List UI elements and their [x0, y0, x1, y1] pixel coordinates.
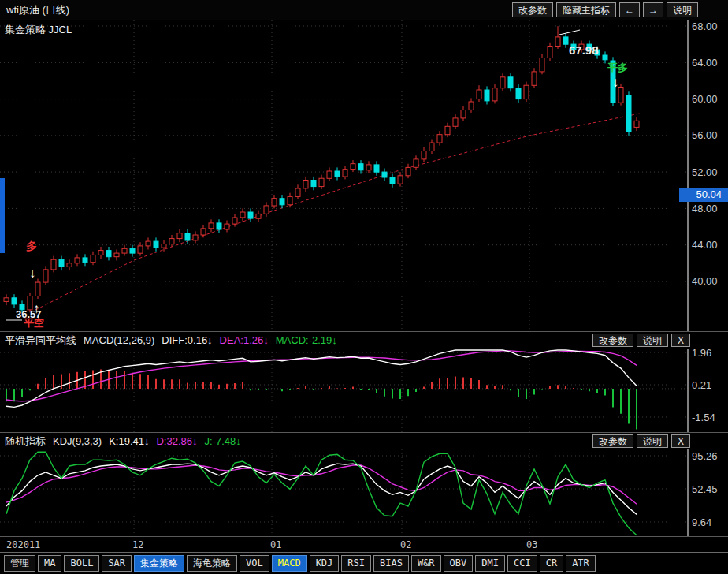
- macd-diff-value: DIFF:0.16↓: [162, 334, 212, 346]
- svg-text:1.96: 1.96: [692, 348, 711, 359]
- kdj-close-button[interactable]: X: [671, 434, 690, 448]
- date-label: 202011: [6, 539, 40, 550]
- svg-text:64.00: 64.00: [692, 57, 718, 69]
- svg-text:56.00: 56.00: [692, 129, 718, 141]
- svg-text:48.00: 48.00: [692, 203, 718, 214]
- tab-RSI[interactable]: RSI: [341, 555, 371, 572]
- date-label: 03: [526, 539, 537, 550]
- candlestick-series: [4, 26, 639, 313]
- change-params-button[interactable]: 改参数: [512, 2, 553, 17]
- kdj-change-params-button[interactable]: 改参数: [592, 434, 633, 448]
- date-label: 12: [132, 539, 143, 550]
- svg-text:平空: 平空: [24, 317, 44, 329]
- tab-SAR[interactable]: SAR: [102, 555, 132, 572]
- svg-text:95.26: 95.26: [692, 450, 718, 462]
- svg-text:多: 多: [26, 240, 37, 252]
- symbol-title: wti原油 (日线): [6, 3, 69, 17]
- svg-text:67.98: 67.98: [569, 43, 599, 57]
- k-line: [6, 464, 637, 514]
- strategy-label: 集金策略 JJCL: [5, 23, 72, 37]
- prev-arrow-button[interactable]: ←: [619, 2, 640, 17]
- macd-formula: MACD(12,26,9): [84, 334, 154, 346]
- svg-text:44.00: 44.00: [692, 239, 718, 251]
- kdj-panel-buttons: 改参数 说明 X: [592, 434, 690, 448]
- macd-help-button[interactable]: 说明: [637, 334, 668, 347]
- title-toolbar: 改参数 隐藏主指标 ← → 说明: [512, 2, 698, 17]
- main-candlestick-chart[interactable]: 68.0064.0060.0056.0052.0048.0044.0040.00…: [0, 20, 728, 331]
- svg-text:-1.54: -1.54: [692, 412, 715, 423]
- kdj-header-text: 随机指标 KDJ(9,3,3) K:19.41↓ D:32.86↓ J:-7.4…: [5, 434, 241, 449]
- kdj-k-value: K:19.41↓: [109, 435, 149, 447]
- tab-MA[interactable]: MA: [38, 555, 61, 572]
- kdj-formula: KDJ(9,3,3): [53, 435, 102, 447]
- help-button[interactable]: 说明: [667, 2, 698, 17]
- svg-text:60.00: 60.00: [692, 93, 718, 105]
- macd-grid: 1.960.21-1.54: [0, 348, 715, 432]
- trading-app-window: wti原油 (日线) 改参数 隐藏主指标 ← → 说明 68.0064.0060…: [0, 0, 728, 574]
- svg-text:9.64: 9.64: [692, 516, 711, 528]
- svg-text:0.21: 0.21: [692, 379, 711, 391]
- last-price-badge: 50.04: [679, 188, 728, 202]
- kdj-d-value: D:32.86↓: [156, 435, 197, 447]
- svg-text:平多: 平多: [607, 62, 628, 73]
- tab-W&R[interactable]: W&R: [411, 555, 441, 572]
- svg-text:68.00: 68.00: [692, 20, 718, 32]
- macd-histogram: [6, 370, 637, 430]
- title-bar: wti原油 (日线) 改参数 隐藏主指标 ← → 说明: [0, 0, 728, 20]
- tab-集金策略[interactable]: 集金策略: [134, 555, 184, 572]
- date-label: 02: [400, 539, 411, 550]
- svg-text:52.00: 52.00: [692, 166, 718, 178]
- tab-海龟策略[interactable]: 海龟策略: [187, 555, 237, 572]
- svg-text:52.45: 52.45: [692, 483, 718, 495]
- macd-chart[interactable]: 1.960.21-1.54: [0, 348, 728, 432]
- kdj-indicator-name: 随机指标: [5, 434, 46, 449]
- hide-main-indicator-button[interactable]: 隐藏主指标: [556, 2, 616, 17]
- svg-text:↓: ↓: [29, 266, 36, 281]
- macd-macd-value: MACD:-2.19↓: [276, 334, 337, 346]
- indicator-tab-bar: 管理MABOLLSAR集金策略海龟策略VOLMACDKDJRSIBIASW&RO…: [0, 552, 728, 574]
- macd-close-button[interactable]: X: [671, 334, 690, 347]
- macd-indicator-name: 平滑异同平均线: [5, 334, 76, 348]
- kdj-panel-header: 随机指标 KDJ(9,3,3) K:19.41↓ D:32.86↓ J:-7.4…: [0, 432, 728, 449]
- tab-CR[interactable]: CR: [540, 555, 563, 572]
- tab-管理[interactable]: 管理: [4, 555, 35, 572]
- tab-VOL[interactable]: VOL: [240, 555, 269, 572]
- kdj-chart[interactable]: 95.2652.459.64: [0, 449, 728, 536]
- kdj-help-button[interactable]: 说明: [637, 434, 668, 448]
- tab-DMI[interactable]: DMI: [475, 555, 505, 572]
- macd-dea-value: DEA:1.26↓: [220, 334, 269, 346]
- next-arrow-button[interactable]: →: [643, 2, 663, 17]
- macd-panel-buttons: 改参数 说明 X: [592, 334, 690, 347]
- trend-line: [35, 114, 640, 310]
- tab-OBV[interactable]: OBV: [444, 555, 474, 572]
- svg-text:40.00: 40.00: [692, 275, 718, 287]
- date-axis: 20201112010203: [0, 536, 728, 553]
- date-label: 01: [270, 539, 281, 550]
- tab-MACD[interactable]: MACD: [272, 555, 307, 572]
- tab-BOLL[interactable]: BOLL: [64, 555, 99, 572]
- tab-BIAS[interactable]: BIAS: [373, 555, 409, 572]
- svg-text:↓: ↓: [612, 75, 619, 90]
- tab-CCI[interactable]: CCI: [507, 555, 537, 572]
- j-line: [6, 452, 637, 535]
- macd-change-params-button[interactable]: 改参数: [592, 334, 633, 347]
- macd-panel-header: 平滑异同平均线 MACD(12,26,9) DIFF:0.16↓ DEA:1.2…: [0, 331, 728, 348]
- macd-header-text: 平滑异同平均线 MACD(12,26,9) DIFF:0.16↓ DEA:1.2…: [5, 334, 337, 348]
- tab-ATR[interactable]: ATR: [566, 555, 596, 572]
- left-blue-strip: [0, 178, 5, 253]
- tab-KDJ[interactable]: KDJ: [310, 555, 340, 572]
- kdj-j-value: J:-7.48↓: [205, 435, 241, 447]
